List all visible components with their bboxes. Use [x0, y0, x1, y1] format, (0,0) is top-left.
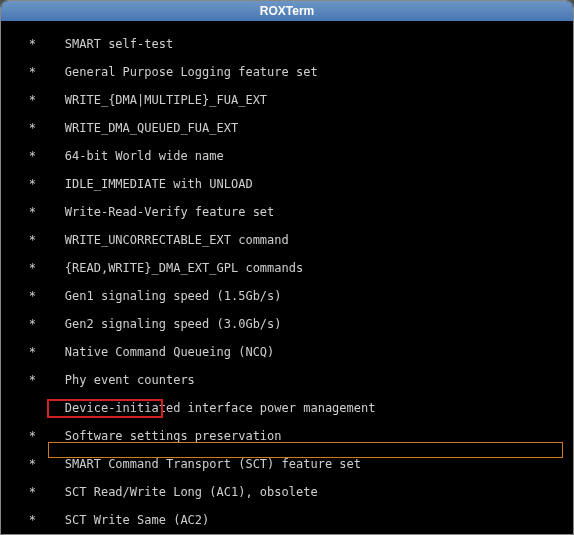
feature-line: * Write-Read-Verify feature set: [7, 205, 567, 219]
feature-line: * Software settings preservation: [7, 429, 567, 443]
feature-line: * SCT Write Same (AC2): [7, 513, 567, 527]
window-title: ROXTerm: [260, 4, 314, 18]
feature-line: * IDLE_IMMEDIATE with UNLOAD: [7, 177, 567, 191]
feature-line: * General Purpose Logging feature set: [7, 65, 567, 79]
feature-line: * 64-bit World wide name: [7, 149, 567, 163]
feature-line: * WRITE_{DMA|MULTIPLE}_FUA_EXT: [7, 93, 567, 107]
feature-line: * WRITE_UNCORRECTABLE_EXT command: [7, 233, 567, 247]
feature-line: * Gen2 signaling speed (3.0Gb/s): [7, 317, 567, 331]
terminal-window: ROXTerm * SMART self-test * General Purp…: [0, 0, 574, 535]
terminal-body[interactable]: * SMART self-test * General Purpose Logg…: [1, 21, 573, 534]
feature-line: * Phy event counters: [7, 373, 567, 387]
erase-time-highlight: [48, 442, 563, 458]
feature-line: * SMART Command Transport (SCT) feature …: [7, 457, 567, 471]
feature-line: * WRITE_DMA_QUEUED_FUA_EXT: [7, 121, 567, 135]
feature-line: Device-initiated interface power managem…: [7, 401, 567, 415]
feature-line: * SMART self-test: [7, 37, 567, 51]
feature-line: * SCT Read/Write Long (AC1), obsolete: [7, 485, 567, 499]
window-titlebar: ROXTerm: [1, 1, 573, 21]
feature-line: * Native Command Queueing (NCQ): [7, 345, 567, 359]
feature-line: * Gen1 signaling speed (1.5Gb/s): [7, 289, 567, 303]
feature-line: * {READ,WRITE}_DMA_EXT_GPL commands: [7, 261, 567, 275]
